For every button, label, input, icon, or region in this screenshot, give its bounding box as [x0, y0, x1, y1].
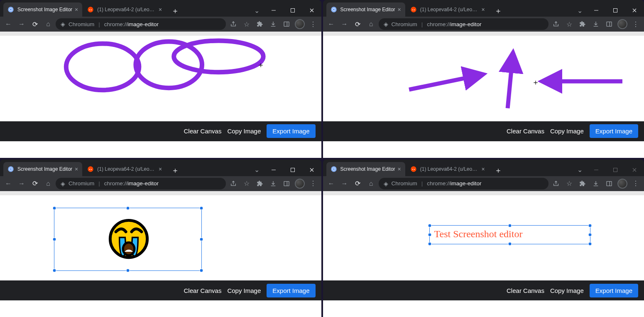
resize-handle-s[interactable] [508, 242, 512, 246]
tab-search-chevron-icon[interactable]: ⌄ [250, 164, 264, 176]
tab-search-chevron-icon[interactable]: ⌄ [250, 4, 264, 17]
canvas-text-element[interactable]: Test Screenshot editor [434, 229, 523, 240]
tab-close-icon[interactable]: × [159, 166, 162, 172]
bookmark-icon[interactable]: ☆ [563, 178, 575, 189]
new-tab-button[interactable]: ＋ [492, 165, 504, 176]
menu-icon[interactable]: ⋮ [630, 18, 642, 30]
resize-handle-ne[interactable] [200, 206, 203, 210]
share-icon[interactable] [228, 178, 239, 189]
downloads-icon[interactable] [267, 18, 279, 30]
canvas[interactable]: ＋ [0, 36, 321, 121]
tab-screenshot-editor[interactable]: Screenshot Image Editor × [326, 162, 405, 176]
share-icon[interactable] [228, 18, 239, 30]
home-icon[interactable]: ⌂ [365, 18, 377, 30]
site-info-icon[interactable]: ◈ [61, 21, 65, 27]
site-info-icon[interactable]: ◈ [61, 180, 65, 187]
tab-close-icon[interactable]: × [398, 166, 401, 172]
tab-close-icon[interactable]: × [75, 166, 78, 172]
copy-image-button[interactable]: Copy Image [550, 128, 584, 135]
reload-icon[interactable]: ⟳ [352, 178, 364, 189]
minimize-button[interactable] [587, 4, 606, 17]
profile-avatar[interactable] [294, 178, 306, 189]
reload-icon[interactable]: ⟳ [29, 18, 41, 30]
home-icon[interactable]: ⌂ [365, 178, 377, 189]
resize-handle-w[interactable] [53, 237, 56, 241]
bookmark-icon[interactable]: ☆ [241, 178, 252, 189]
resize-handle-sw[interactable] [53, 268, 56, 272]
tab-screenshot-editor[interactable]: Screenshot Image Editor × [3, 162, 82, 176]
maximize-button[interactable] [283, 164, 302, 176]
copy-image-button[interactable]: Copy Image [227, 287, 261, 294]
tab-close-icon[interactable]: × [398, 6, 401, 13]
forward-icon[interactable]: → [16, 18, 27, 30]
back-icon[interactable]: ← [326, 178, 337, 189]
export-image-button[interactable]: Export Image [267, 124, 315, 138]
side-panel-icon[interactable] [603, 178, 615, 189]
close-button[interactable] [625, 164, 644, 176]
site-info-icon[interactable]: ◈ [384, 21, 388, 27]
reload-icon[interactable]: ⟳ [29, 178, 41, 189]
new-tab-button[interactable]: ＋ [492, 5, 504, 17]
tab-search-chevron-icon[interactable]: ⌄ [573, 164, 587, 176]
copy-image-button[interactable]: Copy Image [227, 128, 261, 135]
tab-reddit[interactable]: (1) Leopeva64-2 (u/Leopeva64-2 × [406, 2, 489, 17]
profile-avatar[interactable] [617, 178, 628, 189]
extensions-icon[interactable] [577, 178, 588, 189]
resize-handle-e[interactable] [200, 237, 203, 241]
bookmark-icon[interactable]: ☆ [563, 18, 575, 30]
menu-icon[interactable]: ⋮ [630, 178, 642, 189]
forward-icon[interactable]: → [339, 178, 350, 189]
resize-handle-w[interactable] [428, 233, 431, 236]
tab-screenshot-editor[interactable]: Screenshot Image Editor × [3, 2, 82, 17]
clear-canvas-button[interactable]: Clear Canvas [184, 287, 222, 294]
share-icon[interactable] [550, 178, 562, 189]
menu-icon[interactable]: ⋮ [307, 178, 319, 189]
downloads-icon[interactable] [590, 18, 602, 30]
copy-image-button[interactable]: Copy Image [550, 287, 584, 294]
resize-handle-ne[interactable] [588, 224, 592, 227]
bookmark-icon[interactable]: ☆ [241, 18, 252, 30]
tab-screenshot-editor[interactable]: Screenshot Image Editor × [326, 2, 405, 17]
back-icon[interactable]: ← [2, 18, 14, 30]
home-icon[interactable]: ⌂ [42, 178, 54, 189]
tab-close-icon[interactable]: × [75, 6, 78, 13]
omnibox[interactable]: ◈ Chromium | chrome://image-editor [379, 18, 549, 30]
resize-handle-n[interactable] [508, 224, 512, 227]
home-icon[interactable]: ⌂ [42, 18, 54, 30]
resize-handle-nw[interactable] [428, 224, 431, 227]
clear-canvas-button[interactable]: Clear Canvas [507, 287, 544, 294]
canvas[interactable]: ＋ [323, 36, 644, 121]
maximize-button[interactable] [283, 4, 302, 17]
extensions-icon[interactable] [254, 178, 266, 189]
close-button[interactable] [302, 164, 321, 176]
forward-icon[interactable]: → [339, 18, 350, 30]
resize-handle-s[interactable] [126, 268, 130, 272]
share-icon[interactable] [550, 18, 562, 30]
resize-handle-se[interactable] [200, 268, 203, 272]
minimize-button[interactable] [264, 164, 283, 176]
tab-close-icon[interactable]: × [482, 6, 485, 13]
export-image-button[interactable]: Export Image [590, 284, 638, 297]
resize-handle-sw[interactable] [428, 242, 431, 246]
new-tab-button[interactable]: ＋ [169, 5, 181, 17]
tab-reddit[interactable]: (1) Leopeva64-2 (u/Leopeva64-2 × [83, 2, 166, 17]
canvas[interactable]: Test Screenshot editor [323, 195, 644, 281]
downloads-icon[interactable] [267, 178, 279, 189]
omnibox[interactable]: ◈ Chromium | chrome://image-editor [56, 18, 226, 30]
close-button[interactable] [302, 4, 321, 17]
omnibox[interactable]: ◈ Chromium | chrome://image-editor [379, 178, 549, 189]
forward-icon[interactable]: → [16, 178, 27, 189]
export-image-button[interactable]: Export Image [590, 124, 638, 138]
maximize-button[interactable] [606, 164, 625, 176]
canvas[interactable] [0, 195, 321, 281]
side-panel-icon[interactable] [281, 178, 292, 189]
tab-search-chevron-icon[interactable]: ⌄ [573, 4, 587, 17]
export-image-button[interactable]: Export Image [267, 284, 315, 297]
close-button[interactable] [625, 4, 644, 17]
resize-handle-n[interactable] [126, 206, 130, 210]
tab-close-icon[interactable]: × [159, 6, 162, 13]
back-icon[interactable]: ← [2, 178, 14, 189]
reload-icon[interactable]: ⟳ [352, 18, 364, 30]
resize-handle-se[interactable] [588, 242, 592, 246]
side-panel-icon[interactable] [603, 18, 615, 30]
